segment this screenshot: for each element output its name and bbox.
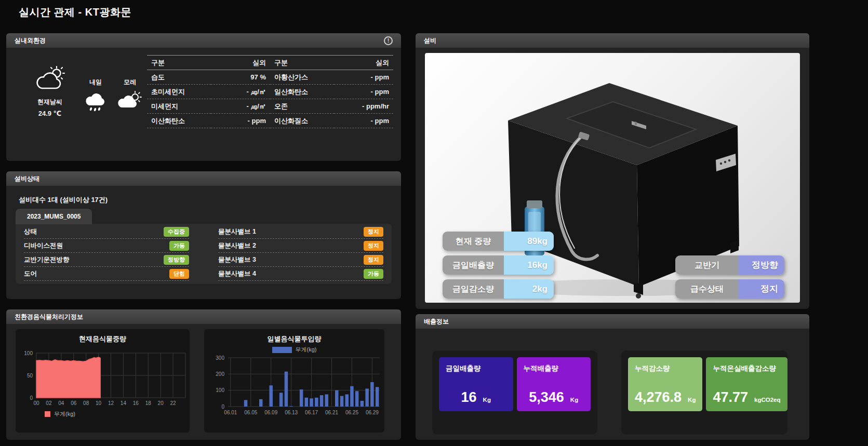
svg-text:02: 02: [46, 400, 52, 406]
svg-text:12: 12: [108, 400, 114, 406]
status-badge: 정지: [364, 241, 383, 251]
status-label: 도어: [24, 269, 37, 278]
status-table: 상태 수집중 물분사밸브 1 정지 디바이스전원 가동 물분사밸브 2: [16, 224, 392, 284]
status-label: 물분사밸브 1: [218, 227, 256, 236]
metric-value: - ppm: [211, 114, 270, 128]
metric-value: 2kg: [504, 279, 554, 299]
card-title: 누적감소량: [635, 364, 696, 373]
metric-value: 89kg: [504, 232, 554, 251]
status-cell: 물분사밸브 4 가동: [218, 267, 383, 281]
panel-header-equipment: 설비: [416, 33, 809, 48]
svg-text:06.17: 06.17: [305, 410, 318, 415]
status-badge: 가동: [169, 241, 189, 251]
equipment-photo: 현재 중량 89kg 금일배출량 16kg 금일감소량 2kg 교반기: [425, 53, 800, 303]
svg-text:14: 14: [121, 400, 127, 406]
metric-today-reduction: 금일감소량 2kg: [443, 279, 554, 299]
forecast-block: 내일 모레: [84, 73, 142, 113]
page-title: 실시간 관제 - KT광화문: [19, 5, 131, 19]
svg-text:08: 08: [83, 400, 89, 406]
card-title: 누적배출량: [524, 364, 584, 373]
status-cell: 도어 닫힘: [24, 267, 189, 281]
cloud-sun-icon: [117, 91, 142, 113]
svg-text:22: 22: [170, 400, 177, 406]
svg-text:00: 00: [33, 400, 39, 406]
metric-value: - ㎍/㎥: [211, 99, 270, 114]
card-unit: kgCO2eq: [754, 397, 781, 403]
chart-legend: 무게(kg): [204, 346, 384, 354]
svg-text:20: 20: [158, 400, 164, 406]
svg-text:300: 300: [216, 355, 224, 361]
svg-text:16: 16: [133, 400, 139, 406]
chart-current-food-weight: 현재음식물중량 000204060810121416182022050100 무…: [16, 329, 190, 433]
metric-value: - ppm: [334, 70, 393, 85]
status-row: 도어 닫힘 물분사밸브 4 가동: [24, 267, 383, 281]
metric-label: 금일배출량: [443, 255, 504, 275]
metric-today-discharge: 금일배출량 16kg: [443, 255, 554, 275]
status-row: 교반기운전방향 정방향 물분사밸브 3 정지: [24, 253, 383, 267]
status-cell: 물분사밸브 3 정지: [218, 253, 383, 267]
metric-value: - ppm: [334, 85, 393, 99]
tab-device-2023-mums-0005[interactable]: 2023_MUMS_0005: [16, 209, 92, 224]
status-label: 물분사밸브 2: [218, 241, 256, 250]
metric-label: 초미세먼지: [147, 85, 211, 99]
weight-metrics-overlay: 현재 중량 89kg 금일배출량 16kg 금일감소량 2kg: [443, 232, 554, 299]
metric-value: - ppm/hr: [334, 99, 393, 114]
info-icon[interactable]: !: [384, 36, 393, 45]
table-row: 습도 97 % 아황산가스 - ppm: [147, 70, 393, 85]
svg-text:50: 50: [27, 373, 33, 379]
card-today-discharge: 금일배출량 16 Kg: [439, 357, 513, 411]
status-badge: 정지: [364, 227, 383, 237]
svg-text:100: 100: [216, 387, 224, 393]
card-unit: Kg: [688, 397, 696, 403]
panel-title-equipment-status: 설비상태: [15, 174, 39, 183]
status-badge: 닫힘: [169, 269, 189, 279]
panel-header-environment: 실내외환경 !: [6, 33, 401, 48]
forecast-label: 모레: [117, 78, 142, 87]
svg-text:06.29: 06.29: [366, 410, 379, 415]
status-label: 상태: [24, 227, 37, 236]
card-unit: Kg: [570, 397, 578, 403]
panel-title-emission: 배출정보: [424, 317, 449, 326]
svg-text:100: 100: [24, 350, 33, 356]
card-value: 5,346: [529, 389, 564, 406]
status-label: 물분사밸브 4: [218, 269, 256, 278]
svg-text:06.05: 06.05: [244, 410, 257, 415]
chart-daily-food-input: 일별음식물투입량 무게(kg) 06.0106.0506.0906.1306.1…: [204, 329, 384, 433]
chart-title: 현재음식물중량: [16, 329, 190, 344]
bar-chart: 06.0106.0506.0906.1306.1706.2106.2506.29…: [204, 355, 384, 418]
svg-text:0: 0: [30, 395, 33, 401]
metric-label: 오존: [270, 99, 334, 114]
svg-text:06.21: 06.21: [325, 410, 338, 415]
status-badge: 정방향: [164, 255, 189, 265]
metric-value: 정지: [739, 279, 784, 299]
card-total-reduction: 누적감소량 4,276.8 Kg: [628, 357, 702, 411]
column-header: 구분: [270, 56, 334, 70]
forecast-day-after-tomorrow: 모레: [117, 73, 142, 113]
metric-water-supply: 급수상태 정지: [675, 279, 784, 299]
legend-swatch: [45, 411, 50, 417]
metric-value: - ppm: [334, 114, 393, 128]
forecast-label: 내일: [84, 78, 107, 87]
card-unit: Kg: [483, 397, 491, 403]
chart-legend: 무게(kg): [45, 410, 190, 418]
svg-text:200: 200: [216, 371, 224, 377]
metric-label: 교반기: [675, 255, 739, 275]
forecast-tomorrow: 내일: [84, 73, 107, 113]
svg-text:06.25: 06.25: [345, 410, 358, 415]
svg-text:06.01: 06.01: [224, 410, 237, 415]
table-row: 미세먼지 - ㎍/㎥ 오존 - ppm/hr: [147, 99, 393, 114]
column-header: 실외: [211, 56, 270, 70]
state-metrics-overlay: 교반기 정방향 급수상태 정지: [675, 255, 784, 299]
card-title: 누적온실배출감소량: [713, 364, 780, 373]
card-value: 16: [461, 389, 477, 406]
metric-label: 미세먼지: [147, 99, 211, 114]
weather-block: 현재날씨 24.9 ℃ 내일: [21, 65, 143, 117]
current-weather: 현재날씨 24.9 ℃: [21, 65, 79, 117]
status-cell: 물분사밸브 1 정지: [218, 225, 383, 239]
panel-header-equipment-status: 설비상태: [6, 171, 401, 186]
card-title: 금일배출량: [446, 364, 506, 373]
metric-value: - ㎍/㎥: [211, 85, 270, 99]
metric-label: 습도: [147, 70, 211, 85]
environment-table-header-row: 구분 실외 구분 실외: [147, 56, 393, 70]
metric-label: 급수상태: [675, 279, 739, 299]
